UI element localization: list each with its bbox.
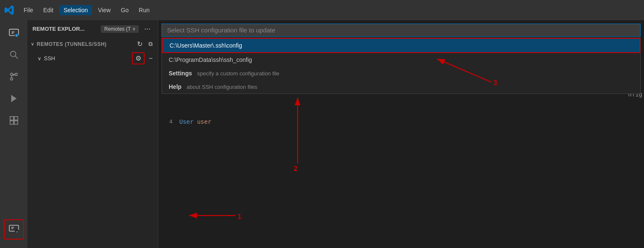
annotation-label-2: 2 [294, 165, 297, 173]
dropdown-chevron: ∨ [132, 27, 135, 31]
settings-description: specify a custom configuration file [197, 70, 279, 77]
dropdown-list: C:\Users\Master\.ssh\config C:\ProgramDa… [162, 37, 641, 94]
svg-rect-15 [14, 121, 17, 124]
refresh-btn[interactable]: ↻ [135, 39, 144, 49]
svg-text:1: 1 [16, 35, 17, 37]
annotation-label-1: 1 [237, 213, 241, 221]
ssh-config-search-input[interactable] [167, 27, 635, 34]
sidebar-header: REMOTE EXPLOR... Remotes (T ∨ ··· [27, 20, 158, 37]
svg-point-6 [10, 51, 16, 57]
activity-search[interactable] [4, 45, 24, 65]
menu-file[interactable]: File [19, 5, 38, 15]
title-bar: File Edit Selection View Go Run [0, 0, 644, 20]
ssh-label: SSH [44, 55, 129, 61]
new-window-btn[interactable]: ⧉ [147, 40, 154, 48]
svg-rect-13 [14, 117, 17, 120]
activity-run-debug[interactable] [4, 88, 24, 109]
dropdown-item-settings[interactable]: Settings specify a custom configuration … [162, 67, 640, 80]
svg-point-10 [10, 78, 13, 80]
ssh-row: ∨ SSH ⚙ − [27, 51, 158, 66]
activity-remote-bottom[interactable]: ⟳ [4, 219, 24, 240]
menu-edit[interactable]: Edit [39, 5, 58, 15]
editor-area: C:\Users\Master\.ssh\config C:\ProgramDa… [158, 20, 644, 248]
menu-view[interactable]: View [94, 5, 115, 15]
dropdown-item-2[interactable]: C:\ProgramData\ssh\ssh_config [162, 53, 640, 67]
editor-content: 4 User user [158, 113, 644, 131]
vscode-logo [4, 5, 14, 15]
minus-btn[interactable]: − [147, 53, 154, 64]
sidebar-more-btn[interactable]: ··· [142, 24, 153, 34]
svg-text:⟳: ⟳ [16, 231, 18, 233]
main-area: 1 [0, 20, 644, 248]
svg-rect-14 [10, 121, 13, 124]
sidebar-title: REMOTE EXPLOR... [32, 26, 97, 32]
gear-btn-wrapper: ⚙ [132, 52, 145, 64]
help-keyword: Help [169, 83, 181, 90]
dropdown-item-2-label: C:\ProgramData\ssh\ssh_config [169, 56, 252, 63]
svg-line-7 [15, 56, 17, 59]
dropdown-item-1[interactable]: C:\Users\Master\.ssh\config [162, 38, 640, 53]
remotes-section-header: ∨ REMOTES (TUNNELS/SSH) ↻ ⧉ [27, 37, 158, 51]
activity-extensions[interactable] [4, 110, 24, 131]
remotes-label: Remotes (T [104, 26, 131, 32]
code-value-user: user [197, 117, 211, 126]
menu-selection[interactable]: Selection [59, 5, 92, 15]
code-keyword-user: User [179, 117, 194, 126]
activity-remote-explorer[interactable]: 1 [4, 23, 24, 43]
svg-rect-12 [10, 117, 13, 120]
settings-keyword: Settings [169, 70, 192, 77]
menu-run[interactable]: Run [135, 5, 154, 15]
sidebar: REMOTE EXPLOR... Remotes (T ∨ ··· ∨ REMO… [27, 20, 158, 248]
line-number-4: 4 [158, 117, 179, 126]
activity-source-control[interactable] [4, 67, 24, 87]
activity-bar: 1 [0, 20, 27, 248]
dropdown-overlay: C:\Users\Master\.ssh\config C:\ProgramDa… [158, 20, 644, 97]
dropdown-item-help[interactable]: Help about SSH configuration files [162, 80, 640, 93]
ssh-expand-arrow[interactable]: ∨ [38, 56, 41, 61]
remotes-dropdown-btn[interactable]: Remotes (T ∨ [101, 25, 139, 33]
search-input-container [162, 24, 641, 37]
help-description: about SSH configuration files [186, 84, 257, 90]
menu-go[interactable]: Go [116, 5, 133, 15]
gear-btn[interactable]: ⚙ [133, 53, 144, 64]
dropdown-item-1-label: C:\Users\Master\.ssh\config [170, 42, 242, 49]
code-line-4: 4 User user [158, 117, 644, 126]
menu-bar: File Edit Selection View Go Run [19, 5, 154, 15]
remotes-section-label: REMOTES (TUNNELS/SSH) [37, 41, 133, 47]
collapse-arrow: ∨ [31, 41, 34, 47]
